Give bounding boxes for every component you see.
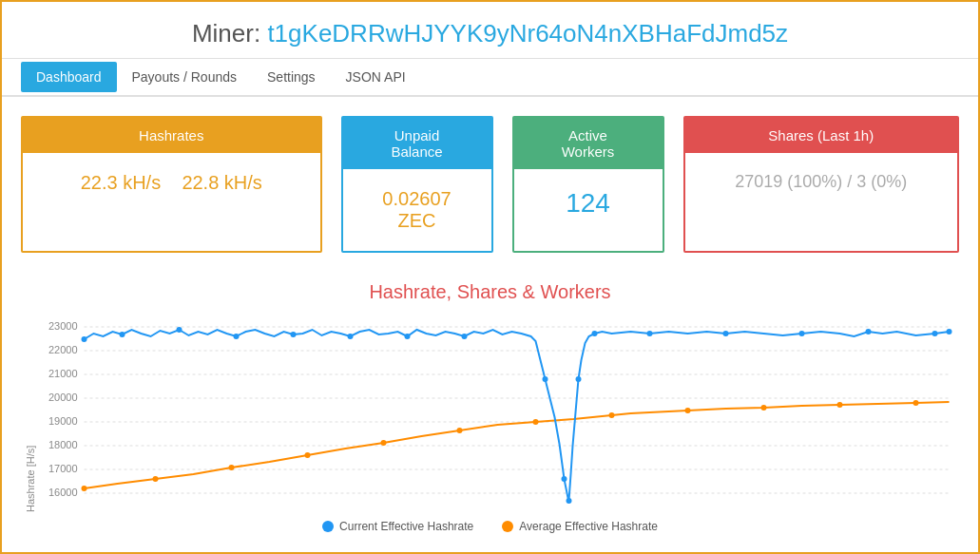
header: Miner: t1gKeDRRwHJYYK9yNr64oN4nXBHaFdJmd… <box>2 2 978 59</box>
tab-payouts-rounds[interactable]: Payouts / Rounds <box>117 62 253 92</box>
unpaid-amount: 0.02607 <box>382 188 451 209</box>
y-axis-label: Hashrate [H/s] <box>21 313 36 512</box>
svg-point-38 <box>567 498 572 504</box>
svg-text:18000: 18000 <box>48 439 78 450</box>
tab-dashboard[interactable]: Dashboard <box>21 62 117 92</box>
svg-text:20000: 20000 <box>48 392 78 403</box>
svg-point-42 <box>723 331 729 336</box>
svg-point-43 <box>799 331 805 336</box>
svg-point-45 <box>932 331 938 336</box>
navigation: Dashboard Payouts / Rounds Settings JSON… <box>2 59 978 97</box>
chart-title: Hashrate, Shares & Workers <box>21 281 959 303</box>
svg-point-29 <box>120 332 125 337</box>
hashrates-title: Hashrates <box>23 118 320 153</box>
unpaid-balance-card: Unpaid Balance 0.02607 ZEC <box>341 116 493 253</box>
svg-point-23 <box>609 412 615 418</box>
svg-point-40 <box>592 331 598 336</box>
shares-title: Shares (Last 1h) <box>685 118 957 153</box>
hashrates-value: 22.3 kH/s 22.8 kH/s <box>23 153 320 213</box>
svg-point-16 <box>82 486 87 491</box>
svg-point-39 <box>576 376 582 382</box>
svg-point-20 <box>381 440 387 446</box>
legend-dot-current <box>322 521 334 532</box>
unpaid-title: Unpaid Balance <box>343 118 491 169</box>
chart-legend: Current Effective Hashrate Average Effec… <box>21 520 959 533</box>
svg-point-37 <box>562 476 567 482</box>
unpaid-unit: ZEC <box>398 210 436 231</box>
svg-point-35 <box>462 334 468 339</box>
svg-point-30 <box>177 327 183 333</box>
legend-average: Average Effective Hashrate <box>502 520 658 533</box>
svg-point-26 <box>837 402 843 408</box>
svg-point-21 <box>457 428 463 433</box>
stats-cards: Hashrates 22.3 kH/s 22.8 kH/s Unpaid Bal… <box>2 97 978 272</box>
shares-card: Shares (Last 1h) 27019 (100%) / 3 (0%) <box>683 116 959 253</box>
svg-point-18 <box>229 465 235 470</box>
svg-point-36 <box>543 376 548 382</box>
workers-value: 124 <box>514 169 663 238</box>
svg-point-28 <box>82 336 87 342</box>
svg-text:16000: 16000 <box>48 487 78 498</box>
svg-point-34 <box>405 334 411 339</box>
page-title: Miner: t1gKeDRRwHJYYK9yNr64oN4nXBHaFdJmd… <box>2 19 978 48</box>
svg-text:19000: 19000 <box>48 415 78 427</box>
svg-text:17000: 17000 <box>48 463 78 474</box>
shares-value: 27019 (100%) / 3 (0%) <box>685 153 957 211</box>
active-workers-card: Active Workers 124 <box>512 116 664 253</box>
legend-dot-average <box>502 521 513 532</box>
svg-point-27 <box>913 400 919 406</box>
hashrates-card: Hashrates 22.3 kH/s 22.8 kH/s <box>21 116 322 253</box>
tab-settings[interactable]: Settings <box>252 62 331 92</box>
svg-point-17 <box>153 476 159 482</box>
svg-point-31 <box>234 334 240 339</box>
svg-text:23000: 23000 <box>48 320 78 332</box>
legend-current: Current Effective Hashrate <box>322 520 473 533</box>
workers-title: Active Workers <box>514 118 663 169</box>
legend-label-current: Current Effective Hashrate <box>339 520 473 533</box>
legend-label-average: Average Effective Hashrate <box>519 520 658 533</box>
miner-address: t1gKeDRRwHJYYK9yNr64oN4nXBHaFdJmd5z <box>267 19 788 48</box>
svg-point-22 <box>533 419 539 425</box>
svg-point-41 <box>647 331 653 336</box>
svg-text:21000: 21000 <box>48 368 78 379</box>
current-hashrate-line <box>85 330 950 501</box>
svg-text:22000: 22000 <box>48 344 78 355</box>
hashrate-current: 22.3 kH/s <box>81 172 161 193</box>
hashrate-chart: .grid-line { stroke: #ddd; stroke-width:… <box>36 313 959 512</box>
svg-point-19 <box>305 452 311 458</box>
svg-point-32 <box>291 332 297 337</box>
svg-point-46 <box>947 329 952 334</box>
svg-point-44 <box>866 329 872 334</box>
svg-point-33 <box>348 334 354 339</box>
unpaid-value: 0.02607 ZEC <box>343 169 491 251</box>
svg-point-25 <box>761 405 767 411</box>
chart-section: Hashrate, Shares & Workers Hashrate [H/s… <box>2 272 978 552</box>
tab-json-api[interactable]: JSON API <box>331 62 421 92</box>
average-hashrate-line <box>85 402 950 488</box>
svg-point-24 <box>685 408 691 413</box>
hashrate-average: 22.8 kH/s <box>182 172 261 193</box>
